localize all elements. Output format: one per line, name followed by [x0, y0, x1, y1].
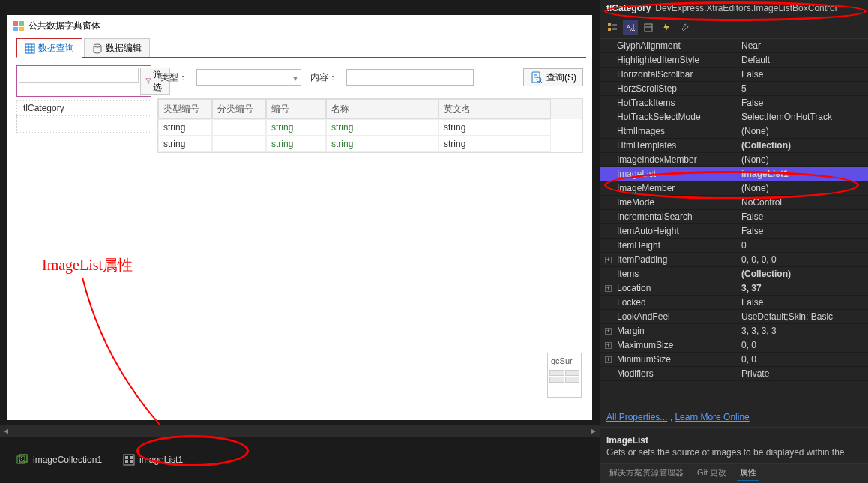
svg-rect-22 [130, 460, 133, 464]
property-value[interactable]: 3, 37 [737, 283, 868, 293]
property-row-hottrackitems[interactable]: HotTrackItemsFalse [600, 96, 868, 110]
col-type-no[interactable]: 类型编号 [158, 99, 212, 119]
property-value[interactable]: NoControl [737, 197, 868, 208]
col-cat-no[interactable]: 分类编号 [212, 99, 266, 119]
property-value[interactable]: False [737, 98, 868, 108]
query-button[interactable]: 查询(S) [523, 68, 583, 86]
tab-solution-explorer[interactable]: 解决方案资源管理器 [606, 466, 687, 482]
property-value[interactable]: imageList1 [737, 169, 868, 179]
property-value[interactable]: False [737, 297, 868, 308]
property-row-margin[interactable]: +Margin3, 3, 3, 3 [600, 324, 868, 338]
content-label: 内容： [307, 71, 340, 84]
property-row-horizontalscrollbar[interactable]: HorizontalScrollbarFalse [600, 68, 868, 82]
property-value[interactable]: UseDefault;Skin: Basic [737, 311, 868, 322]
properties-grid[interactable]: GlyphAlignmentNearHighlightedItemStyleDe… [600, 39, 868, 406]
gcsum-label: gcSur [549, 355, 579, 367]
property-row-imemode[interactable]: ImeModeNoControl [600, 196, 868, 210]
property-row-incrementalsearch[interactable]: IncrementalSearchFalse [600, 210, 868, 224]
property-row-htmltemplates[interactable]: HtmlTemplates(Collection) [600, 139, 868, 153]
property-value[interactable]: False [737, 226, 868, 236]
expand-icon[interactable]: + [605, 342, 612, 349]
property-row-itemautoheight[interactable]: ItemAutoHeightFalse [600, 224, 868, 238]
expand-icon[interactable]: + [605, 328, 612, 334]
grid-header: 类型编号 分类编号 编号 名称 英文名 [158, 99, 582, 119]
property-value[interactable]: (None) [737, 183, 868, 194]
property-value[interactable]: (Collection) [737, 140, 868, 151]
scroll-right-icon[interactable]: ▸ [588, 424, 600, 436]
learn-more-link[interactable]: Learn More Online [675, 412, 749, 422]
tab-properties[interactable]: 属性 [737, 466, 759, 482]
property-row-minimumsize[interactable]: +MinimumSize0, 0 [600, 352, 868, 367]
property-row-maximumsize[interactable]: +MaximumSize0, 0 [600, 338, 868, 352]
form-title: 公共数据字典窗体 [28, 20, 100, 32]
property-row-imagemember[interactable]: ImageMember(None) [600, 182, 868, 196]
horizontal-scrollbar[interactable]: ◂ ▸ [0, 424, 600, 436]
data-grid[interactable]: 类型编号 分类编号 编号 名称 英文名 string string string… [157, 98, 583, 153]
cell: string [438, 119, 551, 136]
property-row-glyphalignment[interactable]: GlyphAlignmentNear [600, 39, 868, 53]
tab-data-query[interactable]: 数据查询 [16, 38, 82, 58]
property-value[interactable]: (None) [737, 126, 868, 136]
property-row-items[interactable]: Items(Collection) [600, 267, 868, 281]
expand-icon[interactable]: + [605, 256, 612, 263]
property-row-modifiers[interactable]: ModifiersPrivate [600, 367, 868, 381]
properties-button[interactable] [641, 20, 656, 35]
property-row-itempadding[interactable]: +ItemPadding0, 0, 0, 0 [600, 253, 868, 267]
tab-data-edit[interactable]: 数据编辑 [84, 38, 150, 57]
property-row-imageindexmember[interactable]: ImageIndexMember(None) [600, 153, 868, 167]
col-en-name[interactable]: 英文名 [438, 99, 551, 119]
property-value[interactable]: Private [737, 368, 868, 379]
properties-toolbar: AZ [600, 17, 868, 39]
property-name: HorzScrollStep [600, 83, 737, 94]
categorized-button[interactable] [605, 20, 620, 35]
events-button[interactable] [659, 20, 674, 35]
tab-label: 数据编辑 [106, 42, 142, 55]
alphabetical-button[interactable]: AZ [623, 20, 638, 35]
query-label: 查询(S) [546, 71, 576, 84]
table-row[interactable]: string string string string [158, 136, 582, 152]
property-value[interactable]: False [737, 212, 868, 222]
expand-icon[interactable]: + [605, 356, 612, 363]
svg-rect-1 [19, 21, 24, 26]
svg-point-17 [21, 457, 22, 458]
list-item-tlcategory[interactable]: tlCategory [16, 100, 151, 116]
property-value[interactable]: 3, 3, 3, 3 [737, 326, 868, 336]
tab-git-changes[interactable]: Git 更改 [694, 466, 729, 482]
property-row-hottrackselectmode[interactable]: HotTrackSelectModeSelectItemOnHotTrack [600, 110, 868, 124]
property-row-horzscrollstep[interactable]: HorzScrollStep5 [600, 82, 868, 96]
filter-input[interactable] [19, 68, 139, 82]
property-value[interactable]: (None) [737, 154, 868, 165]
property-value[interactable]: 0, 0 [737, 354, 868, 364]
property-row-itemheight[interactable]: ItemHeight0 [600, 238, 868, 253]
all-properties-link[interactable]: All Properties... [606, 412, 667, 422]
property-row-imagelist[interactable]: ImageListimageList1 [600, 167, 868, 182]
property-row-highlighteditemstyle[interactable]: HighlightedItemStyleDefault [600, 53, 868, 68]
type-combo[interactable]: ▾ [196, 69, 301, 86]
property-value[interactable]: 5 [737, 83, 868, 94]
property-value[interactable]: 0, 0, 0, 0 [737, 254, 868, 265]
col-no[interactable]: 编号 [266, 99, 326, 119]
property-row-location[interactable]: +Location3, 37 [600, 281, 868, 296]
property-value[interactable]: 0 [737, 240, 868, 250]
expand-icon[interactable]: + [605, 285, 612, 292]
property-value[interactable]: 0, 0 [737, 340, 868, 350]
property-row-locked[interactable]: LockedFalse [600, 296, 868, 310]
form-designer-surface[interactable]: 公共数据字典窗体 数据查询 数据编辑 [7, 15, 592, 420]
property-value[interactable]: False [737, 69, 868, 80]
property-value[interactable]: Default [737, 55, 868, 65]
property-value[interactable]: SelectItemOnHotTrack [737, 112, 868, 122]
property-value[interactable]: (Collection) [737, 268, 868, 279]
tray-imagelist1[interactable]: imageList1 [118, 451, 187, 469]
property-row-lookandfeel[interactable]: LookAndFeelUseDefault;Skin: Basic [600, 310, 868, 324]
properties-object-selector[interactable]: tlCategory DevExpress.XtraEditors.ImageL… [600, 0, 868, 17]
scroll-left-icon[interactable]: ◂ [0, 424, 12, 436]
property-row-htmlimages[interactable]: HtmlImages(None) [600, 124, 868, 139]
wrench-icon[interactable] [677, 20, 692, 35]
property-value[interactable]: Near [737, 40, 868, 51]
table-row[interactable]: string string string string [158, 119, 582, 136]
list-item[interactable] [16, 116, 151, 133]
tray-imagecollection1[interactable]: imageCollection1 [12, 451, 106, 469]
gcsum-preview[interactable]: gcSur [547, 352, 582, 398]
col-name[interactable]: 名称 [326, 99, 438, 119]
content-input[interactable] [346, 69, 474, 86]
